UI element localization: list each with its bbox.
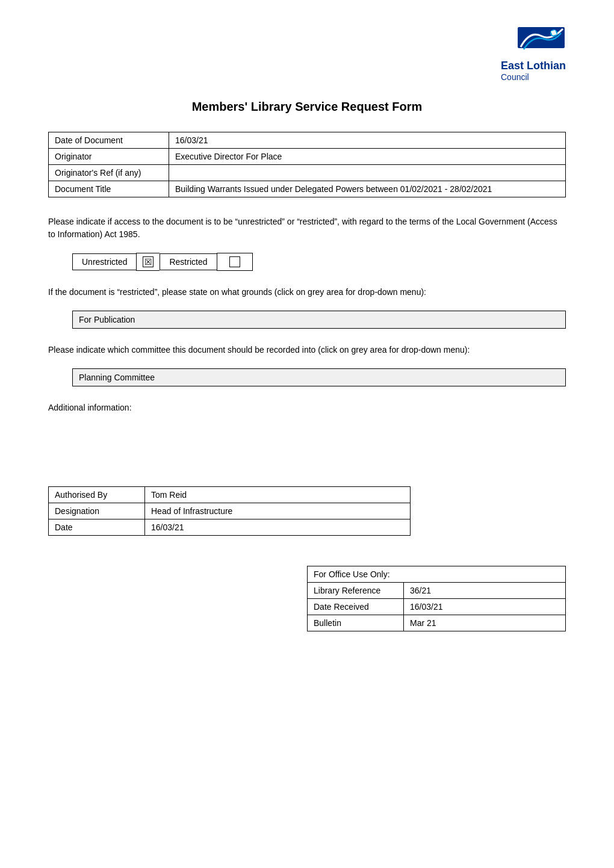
office-use-table: For Office Use Only: Library Reference 3…: [307, 566, 566, 631]
authorised-table: Authorised By Tom Reid Designation Head …: [48, 486, 411, 536]
table-row: Library Reference 36/21: [308, 583, 566, 599]
logo-name: East Lothian Council: [501, 60, 566, 82]
restricted-checkbox[interactable]: [229, 256, 240, 267]
restricted-label: Restricted: [169, 257, 207, 267]
value-date-of-document: 16/03/21: [169, 132, 566, 149]
access-description: Please indicate if access to the documen…: [48, 215, 566, 241]
page-title: Members' Library Service Request Form: [48, 100, 566, 114]
value-originator: Executive Director For Place: [169, 149, 566, 165]
unrestricted-checkbox[interactable]: ☒: [143, 256, 154, 267]
label-designation: Designation: [49, 503, 145, 519]
table-row: Date Received 16/03/21: [308, 599, 566, 615]
value-library-reference: 36/21: [404, 583, 566, 599]
restriction-value: For Publication: [79, 315, 135, 324]
unrestricted-checkbox-cell[interactable]: ☒: [136, 253, 160, 271]
table-row: Date of Document 16/03/21: [49, 132, 566, 149]
table-row: Designation Head of Infrastructure: [49, 503, 411, 519]
table-row: Authorised By Tom Reid: [49, 487, 411, 503]
restricted-checkbox-cell[interactable]: [217, 253, 253, 271]
value-designation: Head of Infrastructure: [145, 503, 411, 519]
label-authorised-by: Authorised By: [49, 487, 145, 503]
committee-value: Planning Committee: [79, 373, 155, 382]
restricted-cell: Restricted: [160, 253, 216, 270]
restriction-dropdown[interactable]: For Publication: [72, 311, 566, 329]
committee-description: Please indicate which committee this doc…: [48, 344, 566, 356]
table-row: Document Title Building Warrants Issued …: [49, 181, 566, 197]
label-originator-ref: Originator's Ref (if any): [49, 165, 169, 181]
label-date-of-document: Date of Document: [49, 132, 169, 149]
east-lothian-logo-icon: [518, 24, 566, 57]
label-originator: Originator: [49, 149, 169, 165]
office-header-label: For Office Use Only:: [308, 566, 566, 583]
additional-info-space: [48, 426, 566, 474]
logo-container: East Lothian Council: [501, 24, 566, 82]
access-checkbox-row: Unrestricted ☒ Restricted: [72, 253, 566, 271]
table-row: For Office Use Only:: [308, 566, 566, 583]
committee-dropdown[interactable]: Planning Committee: [72, 368, 566, 386]
value-bulletin: Mar 21: [404, 615, 566, 631]
label-bulletin: Bulletin: [308, 615, 404, 631]
label-date-received: Date Received: [308, 599, 404, 615]
value-document-title: Building Warrants Issued under Delegated…: [169, 181, 566, 197]
table-row: Bulletin Mar 21: [308, 615, 566, 631]
table-row: Originator Executive Director For Place: [49, 149, 566, 165]
header: East Lothian Council: [48, 24, 566, 82]
unrestricted-label: Unrestricted: [82, 257, 127, 267]
value-date: 16/03/21: [145, 519, 411, 536]
label-document-title: Document Title: [49, 181, 169, 197]
value-date-received: 16/03/21: [404, 599, 566, 615]
table-row: Originator's Ref (if any): [49, 165, 566, 181]
additional-info-label: Additional information:: [48, 401, 566, 414]
table-row: Date 16/03/21: [49, 519, 411, 536]
info-table: Date of Document 16/03/21 Originator Exe…: [48, 132, 566, 197]
label-library-reference: Library Reference: [308, 583, 404, 599]
label-date: Date: [49, 519, 145, 536]
unrestricted-cell: Unrestricted: [72, 253, 136, 270]
value-authorised-by: Tom Reid: [145, 487, 411, 503]
restricted-description: If the document is “restricted”, please …: [48, 286, 566, 299]
value-originator-ref: [169, 165, 566, 181]
x-mark-icon: ☒: [144, 257, 152, 267]
